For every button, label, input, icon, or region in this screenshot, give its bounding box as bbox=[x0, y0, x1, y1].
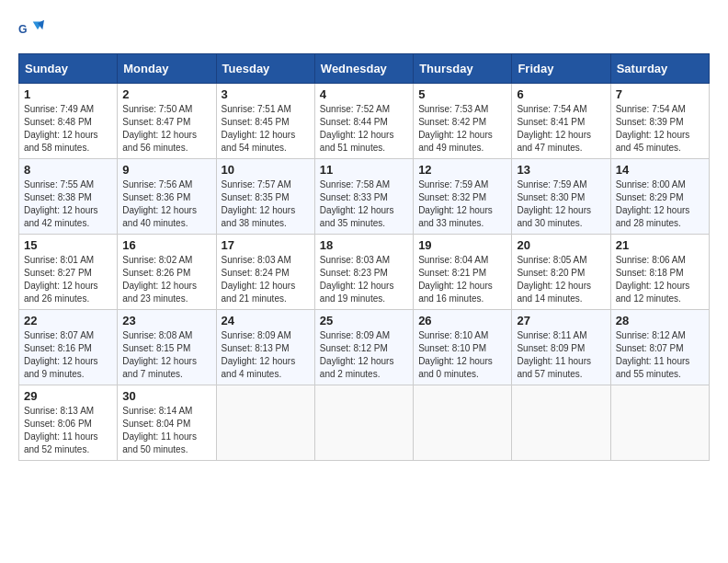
day-number: 14 bbox=[616, 163, 704, 177]
day-info: Sunrise: 8:02 AM Sunset: 8:26 PM Dayligh… bbox=[122, 254, 210, 305]
calendar-cell: 1 Sunrise: 7:49 AM Sunset: 8:48 PM Dayli… bbox=[19, 84, 118, 159]
day-number: 17 bbox=[222, 238, 310, 252]
day-info: Sunrise: 8:13 AM Sunset: 8:06 PM Dayligh… bbox=[24, 405, 112, 456]
day-number: 23 bbox=[122, 314, 210, 327]
day-number: 4 bbox=[320, 87, 408, 101]
calendar-cell: 14 Sunrise: 8:00 AM Sunset: 8:29 PM Dayl… bbox=[610, 159, 709, 235]
week-row-1: 1 Sunrise: 7:49 AM Sunset: 8:48 PM Dayli… bbox=[19, 84, 710, 159]
day-info: Sunrise: 7:54 AM Sunset: 8:41 PM Dayligh… bbox=[517, 103, 605, 155]
weekday-header-monday: Monday bbox=[118, 54, 216, 84]
day-number: 7 bbox=[616, 87, 704, 101]
day-info: Sunrise: 8:05 AM Sunset: 8:20 PM Dayligh… bbox=[517, 254, 605, 305]
day-info: Sunrise: 8:07 AM Sunset: 8:16 PM Dayligh… bbox=[24, 329, 112, 381]
day-number: 9 bbox=[122, 163, 210, 177]
week-row-5: 29 Sunrise: 8:13 AM Sunset: 8:06 PM Dayl… bbox=[19, 385, 710, 461]
day-number: 15 bbox=[24, 238, 112, 252]
day-number: 2 bbox=[122, 87, 210, 101]
calendar-cell: 12 Sunrise: 7:59 AM Sunset: 8:32 PM Dayl… bbox=[414, 159, 512, 235]
day-info: Sunrise: 8:03 AM Sunset: 8:23 PM Dayligh… bbox=[320, 254, 408, 305]
day-info: Sunrise: 7:56 AM Sunset: 8:36 PM Dayligh… bbox=[122, 178, 210, 230]
calendar-cell: 13 Sunrise: 7:59 AM Sunset: 8:30 PM Dayl… bbox=[512, 159, 610, 235]
calendar-cell: 23 Sunrise: 8:08 AM Sunset: 8:15 PM Dayl… bbox=[118, 310, 216, 385]
calendar-cell: 5 Sunrise: 7:53 AM Sunset: 8:42 PM Dayli… bbox=[414, 84, 512, 159]
calendar-cell: 15 Sunrise: 8:01 AM Sunset: 8:27 PM Dayl… bbox=[19, 235, 118, 310]
day-info: Sunrise: 8:10 AM Sunset: 8:10 PM Dayligh… bbox=[418, 329, 506, 381]
day-number: 24 bbox=[222, 314, 310, 327]
calendar-cell: 10 Sunrise: 7:57 AM Sunset: 8:35 PM Dayl… bbox=[216, 159, 314, 235]
weekday-header-sunday: Sunday bbox=[19, 54, 118, 84]
calendar-cell: 26 Sunrise: 8:10 AM Sunset: 8:10 PM Dayl… bbox=[414, 310, 512, 385]
day-number: 3 bbox=[222, 87, 310, 101]
day-number: 10 bbox=[222, 163, 310, 177]
calendar-cell bbox=[414, 385, 512, 461]
day-info: Sunrise: 8:11 AM Sunset: 8:09 PM Dayligh… bbox=[517, 329, 605, 381]
calendar-cell: 20 Sunrise: 8:05 AM Sunset: 8:20 PM Dayl… bbox=[512, 235, 610, 310]
day-number: 27 bbox=[517, 314, 605, 327]
calendar-cell: 18 Sunrise: 8:03 AM Sunset: 8:23 PM Dayl… bbox=[314, 235, 413, 310]
calendar-cell bbox=[610, 385, 709, 461]
day-info: Sunrise: 8:06 AM Sunset: 8:18 PM Dayligh… bbox=[616, 254, 704, 305]
day-number: 12 bbox=[418, 163, 506, 177]
day-number: 1 bbox=[24, 87, 112, 101]
calendar-cell: 27 Sunrise: 8:11 AM Sunset: 8:09 PM Dayl… bbox=[512, 310, 610, 385]
calendar-cell: 7 Sunrise: 7:54 AM Sunset: 8:39 PM Dayli… bbox=[610, 84, 709, 159]
logo: G bbox=[18, 18, 48, 44]
logo-icon: G bbox=[18, 18, 44, 44]
calendar-cell: 4 Sunrise: 7:52 AM Sunset: 8:44 PM Dayli… bbox=[314, 84, 413, 159]
calendar-cell: 21 Sunrise: 8:06 AM Sunset: 8:18 PM Dayl… bbox=[610, 235, 709, 310]
day-info: Sunrise: 7:55 AM Sunset: 8:38 PM Dayligh… bbox=[24, 178, 112, 230]
day-number: 29 bbox=[24, 389, 112, 403]
day-info: Sunrise: 7:58 AM Sunset: 8:33 PM Dayligh… bbox=[320, 178, 408, 230]
day-info: Sunrise: 8:01 AM Sunset: 8:27 PM Dayligh… bbox=[24, 254, 112, 305]
calendar-cell: 11 Sunrise: 7:58 AM Sunset: 8:33 PM Dayl… bbox=[314, 159, 413, 235]
day-info: Sunrise: 7:50 AM Sunset: 8:47 PM Dayligh… bbox=[122, 103, 210, 155]
weekday-header-wednesday: Wednesday bbox=[314, 54, 413, 84]
day-number: 13 bbox=[517, 163, 605, 177]
day-info: Sunrise: 8:00 AM Sunset: 8:29 PM Dayligh… bbox=[616, 178, 704, 230]
day-info: Sunrise: 7:54 AM Sunset: 8:39 PM Dayligh… bbox=[616, 103, 704, 155]
day-info: Sunrise: 8:08 AM Sunset: 8:15 PM Dayligh… bbox=[122, 329, 210, 381]
calendar-cell: 3 Sunrise: 7:51 AM Sunset: 8:45 PM Dayli… bbox=[216, 84, 314, 159]
day-number: 6 bbox=[517, 87, 605, 101]
calendar-cell: 30 Sunrise: 8:14 AM Sunset: 8:04 PM Dayl… bbox=[118, 385, 216, 461]
day-info: Sunrise: 7:53 AM Sunset: 8:42 PM Dayligh… bbox=[418, 103, 506, 155]
day-number: 16 bbox=[122, 238, 210, 252]
calendar-table: SundayMondayTuesdayWednesdayThursdayFrid… bbox=[18, 53, 710, 461]
calendar-cell: 16 Sunrise: 8:02 AM Sunset: 8:26 PM Dayl… bbox=[118, 235, 216, 310]
calendar-cell: 9 Sunrise: 7:56 AM Sunset: 8:36 PM Dayli… bbox=[118, 159, 216, 235]
weekday-header-row: SundayMondayTuesdayWednesdayThursdayFrid… bbox=[19, 54, 710, 84]
weekday-header-thursday: Thursday bbox=[414, 54, 512, 84]
calendar-cell bbox=[512, 385, 610, 461]
day-number: 19 bbox=[418, 238, 506, 252]
calendar-cell: 25 Sunrise: 8:09 AM Sunset: 8:12 PM Dayl… bbox=[314, 310, 413, 385]
day-number: 5 bbox=[418, 87, 506, 101]
calendar-cell: 2 Sunrise: 7:50 AM Sunset: 8:47 PM Dayli… bbox=[118, 84, 216, 159]
day-number: 18 bbox=[320, 238, 408, 252]
day-info: Sunrise: 8:14 AM Sunset: 8:04 PM Dayligh… bbox=[122, 405, 210, 456]
day-info: Sunrise: 7:49 AM Sunset: 8:48 PM Dayligh… bbox=[24, 103, 112, 155]
calendar-cell bbox=[216, 385, 314, 461]
calendar-cell: 22 Sunrise: 8:07 AM Sunset: 8:16 PM Dayl… bbox=[19, 310, 118, 385]
calendar-cell: 28 Sunrise: 8:12 AM Sunset: 8:07 PM Dayl… bbox=[610, 310, 709, 385]
week-row-4: 22 Sunrise: 8:07 AM Sunset: 8:16 PM Dayl… bbox=[19, 310, 710, 385]
day-info: Sunrise: 8:04 AM Sunset: 8:21 PM Dayligh… bbox=[418, 254, 506, 305]
calendar-cell: 24 Sunrise: 8:09 AM Sunset: 8:13 PM Dayl… bbox=[216, 310, 314, 385]
day-number: 21 bbox=[616, 238, 704, 252]
day-number: 26 bbox=[418, 314, 506, 327]
day-info: Sunrise: 8:09 AM Sunset: 8:13 PM Dayligh… bbox=[222, 329, 310, 381]
week-row-3: 15 Sunrise: 8:01 AM Sunset: 8:27 PM Dayl… bbox=[19, 235, 710, 310]
day-number: 22 bbox=[24, 314, 112, 327]
day-number: 28 bbox=[616, 314, 704, 327]
weekday-header-tuesday: Tuesday bbox=[216, 54, 314, 84]
calendar-cell: 8 Sunrise: 7:55 AM Sunset: 8:38 PM Dayli… bbox=[19, 159, 118, 235]
day-info: Sunrise: 7:59 AM Sunset: 8:30 PM Dayligh… bbox=[517, 178, 605, 230]
svg-text:G: G bbox=[18, 23, 28, 36]
calendar-cell: 17 Sunrise: 8:03 AM Sunset: 8:24 PM Dayl… bbox=[216, 235, 314, 310]
day-info: Sunrise: 8:09 AM Sunset: 8:12 PM Dayligh… bbox=[320, 329, 408, 381]
day-number: 30 bbox=[122, 389, 210, 403]
calendar-cell: 19 Sunrise: 8:04 AM Sunset: 8:21 PM Dayl… bbox=[414, 235, 512, 310]
page-header: G bbox=[18, 18, 710, 44]
day-info: Sunrise: 8:12 AM Sunset: 8:07 PM Dayligh… bbox=[616, 329, 704, 381]
weekday-header-friday: Friday bbox=[512, 54, 610, 84]
calendar-cell bbox=[314, 385, 413, 461]
